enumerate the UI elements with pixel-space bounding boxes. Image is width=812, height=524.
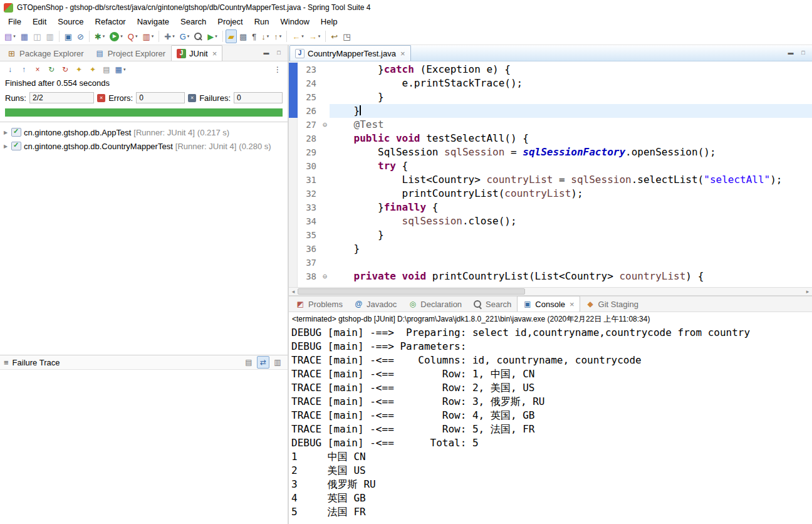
menu-refactor[interactable]: Refactor bbox=[90, 16, 132, 28]
menu-help[interactable]: Help bbox=[315, 16, 343, 28]
close-tab-icon[interactable]: × bbox=[212, 49, 217, 58]
code-line-29[interactable]: 29 SqlSession sqlSession = sqlSessionFac… bbox=[289, 145, 812, 159]
menu-source[interactable]: Source bbox=[52, 16, 89, 28]
code-text[interactable]: } bbox=[330, 104, 812, 118]
close-tab-icon[interactable]: × bbox=[570, 300, 575, 309]
fold-collapse-icon[interactable]: ⊖ bbox=[320, 270, 330, 283]
save-button[interactable]: ▦ bbox=[18, 29, 31, 43]
coverage-button[interactable]: ▥▾ bbox=[140, 29, 156, 43]
menu-file[interactable]: File bbox=[3, 16, 27, 28]
code-text[interactable]: private void printCountryList(List<Count… bbox=[330, 270, 812, 283]
open-new-window-button[interactable]: ◳ bbox=[340, 29, 353, 43]
code-text[interactable]: List<Country> countryList = sqlSession.s… bbox=[330, 173, 812, 187]
chevron-right-icon[interactable]: ▶ bbox=[3, 144, 9, 149]
skip-all-breakpoints-button[interactable]: ⊘ bbox=[75, 29, 86, 43]
close-tab-icon[interactable]: × bbox=[400, 49, 405, 58]
tab-junit[interactable]: JUnit× bbox=[171, 45, 222, 61]
run-last-tool-button[interactable]: ▶▾ bbox=[205, 29, 220, 43]
code-text[interactable]: } bbox=[330, 242, 812, 256]
menu-window[interactable]: Window bbox=[275, 16, 315, 28]
show-selected-element-button[interactable]: ▩ bbox=[237, 29, 249, 43]
code-line-25[interactable]: 25 } bbox=[289, 90, 812, 104]
code-line-27[interactable]: 27⊖ @Test bbox=[289, 118, 812, 132]
code-text[interactable]: }finally { bbox=[330, 201, 812, 214]
show-whitespace-button[interactable]: ¶ bbox=[249, 29, 259, 43]
minimize-editor-button[interactable]: ▬ bbox=[785, 48, 796, 59]
minimize-view-button[interactable]: ▬ bbox=[261, 48, 272, 59]
tab-project-explorer[interactable]: Project Explorer bbox=[90, 45, 171, 61]
code-line-37[interactable]: 37 bbox=[289, 256, 812, 270]
hscroll-track[interactable] bbox=[298, 288, 803, 295]
save-all-button[interactable]: ◫ bbox=[31, 29, 43, 43]
rerun-test-failed-first-button[interactable]: ↻ bbox=[59, 63, 71, 76]
scroll-left-icon[interactable]: ◂ bbox=[289, 288, 298, 295]
code-line-31[interactable]: 31 List<Country> countryList = sqlSessio… bbox=[289, 173, 812, 187]
compare-result-button[interactable]: ▥ bbox=[271, 356, 284, 369]
show-previous-failed-test-button[interactable]: ↑ bbox=[18, 63, 30, 76]
view-menu-button[interactable]: ⋮ bbox=[271, 63, 284, 76]
new-wizard-button[interactable]: ▤▾ bbox=[2, 29, 18, 43]
last-edit-location-button[interactable]: ↩ bbox=[328, 29, 340, 43]
stop-junit-test-run-button[interactable]: × bbox=[31, 63, 44, 76]
code-line-33[interactable]: 33 }finally { bbox=[289, 201, 812, 214]
debug-button[interactable]: ✱▾ bbox=[92, 29, 107, 43]
menu-run[interactable]: Run bbox=[249, 16, 275, 28]
code-line-30[interactable]: 30 try { bbox=[289, 159, 812, 173]
show-next-failed-test-button[interactable]: ↓ bbox=[4, 63, 16, 76]
menu-search[interactable]: Search bbox=[175, 16, 212, 28]
layout-menu-button[interactable]: ▦▾ bbox=[114, 63, 127, 76]
tab-search[interactable]: Search bbox=[467, 296, 517, 312]
run-button[interactable]: ▶▾ bbox=[107, 29, 125, 43]
console-output[interactable]: DEBUG [main] -==> Preparing: select id,c… bbox=[289, 325, 812, 524]
chevron-right-icon[interactable]: ▶ bbox=[3, 130, 9, 135]
editor-hscrollbar[interactable]: ◂ ▸ bbox=[289, 287, 812, 295]
gradle-tasks-button[interactable]: G▾ bbox=[177, 29, 192, 43]
code-line-36[interactable]: 36 } bbox=[289, 242, 812, 256]
code-line-23[interactable]: 23 }catch (Exception e) { bbox=[289, 63, 812, 76]
code-line-35[interactable]: 35 } bbox=[289, 228, 812, 242]
scroll-right-icon[interactable]: ▸ bbox=[803, 288, 812, 295]
code-line-26[interactable]: 26 } bbox=[289, 104, 812, 118]
code-text[interactable]: printCountryList(countryList); bbox=[330, 187, 812, 201]
junit-test-item[interactable]: ▶cn.gintone.gtshop.db.AppTest[Runner: JU… bbox=[0, 125, 288, 139]
open-console-button[interactable]: ▣ bbox=[62, 29, 75, 43]
new-java-project-button[interactable]: ✚▾ bbox=[162, 29, 177, 43]
menu-navigate[interactable]: Navigate bbox=[132, 16, 175, 28]
back-button[interactable]: ←▾ bbox=[289, 29, 306, 43]
scroll-lock-button[interactable]: ▤ bbox=[100, 63, 113, 76]
fold-collapse-icon[interactable]: ⊖ bbox=[320, 118, 330, 132]
filter-stack-trace-button[interactable]: ⇄ bbox=[257, 356, 269, 369]
tab-countrymappertest-java[interactable]: CountryMapperTest.java× bbox=[289, 45, 411, 61]
code-line-32[interactable]: 32 printCountryList(countryList); bbox=[289, 187, 812, 201]
show-failures-only-button[interactable]: ✦ bbox=[86, 63, 99, 76]
forward-button[interactable]: →▾ bbox=[306, 29, 323, 43]
rerun-test-button[interactable]: ↻ bbox=[45, 63, 58, 76]
test-run-history-button[interactable]: ✦ bbox=[73, 63, 85, 76]
code-line-24[interactable]: 24 e.printStackTrace(); bbox=[289, 76, 812, 90]
menu-edit[interactable]: Edit bbox=[27, 16, 52, 28]
tab-package-explorer[interactable]: Package Explorer bbox=[1, 45, 90, 61]
tab-problems[interactable]: Problems bbox=[290, 296, 348, 312]
code-text[interactable]: } bbox=[330, 228, 812, 242]
menu-project[interactable]: Project bbox=[212, 16, 248, 28]
code-line-28[interactable]: 28 public void testSelectAll() { bbox=[289, 132, 812, 145]
next-annotation-button[interactable]: ↓▾ bbox=[259, 29, 271, 43]
failure-trace-body[interactable] bbox=[0, 370, 288, 524]
tab-console[interactable]: Console× bbox=[517, 296, 580, 312]
hscroll-thumb[interactable] bbox=[298, 288, 525, 295]
profile-button[interactable]: Q▾ bbox=[125, 29, 140, 43]
code-line-38[interactable]: 38⊖ private void printCountryList(List<C… bbox=[289, 270, 812, 283]
maximize-view-button[interactable]: □ bbox=[273, 48, 284, 59]
code-text[interactable]: SqlSession sqlSession = sqlSessionFactor… bbox=[330, 145, 812, 159]
tab-declaration[interactable]: Declaration bbox=[402, 296, 467, 312]
mark-occurrences-button[interactable]: ▰ bbox=[226, 29, 237, 43]
code-line-34[interactable]: 34 sqlSession.close(); bbox=[289, 214, 812, 228]
code-text[interactable]: try { bbox=[330, 159, 812, 173]
junit-test-item[interactable]: ▶cn.gintone.gtshop.db.CountryMapperTest[… bbox=[0, 139, 288, 153]
tab-javadoc[interactable]: Javadoc bbox=[348, 296, 402, 312]
code-text[interactable] bbox=[330, 256, 812, 270]
code-text[interactable]: }catch (Exception e) { bbox=[330, 63, 812, 76]
code-text[interactable]: @Test bbox=[330, 118, 812, 132]
code-text[interactable]: public void testSelectAll() { bbox=[330, 132, 812, 145]
maximize-editor-button[interactable]: □ bbox=[798, 48, 809, 59]
